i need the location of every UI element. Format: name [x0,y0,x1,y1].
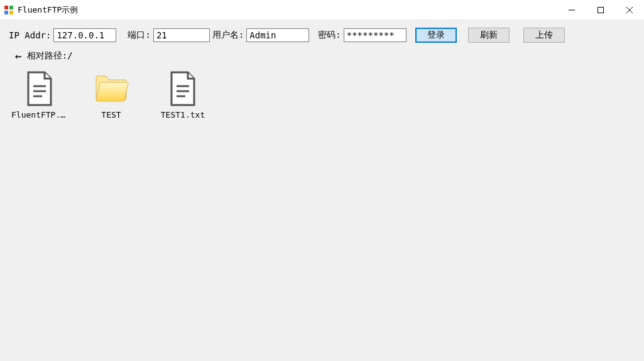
upload-button[interactable]: 上传 [523,28,565,43]
connection-toolbar: IP Addr: 端口: 用户名: 密码: 登录 刷新 上传 [9,28,635,43]
file-label: TEST [101,110,121,119]
path-row: ← 相对路径:/ [9,49,635,62]
username-input[interactable] [246,28,309,42]
back-arrow-icon[interactable]: ← [15,49,22,62]
path-value: / [67,50,72,60]
file-label: FluentFTP.xm. [11,110,68,119]
login-button[interactable]: 登录 [415,28,457,43]
svg-rect-2 [4,11,8,14]
content-area: IP Addr: 端口: 用户名: 密码: 登录 刷新 上传 ← 相对路径:/ [0,20,644,361]
file-item[interactable]: FluentFTP.xm. [11,71,68,119]
ip-label: IP Addr: [9,30,51,40]
user-label: 用户名: [212,30,244,41]
file-icon [22,71,57,106]
folder-icon [94,71,129,106]
port-label: 端口: [128,30,150,41]
minimize-button[interactable] [557,0,586,19]
refresh-button[interactable]: 刷新 [468,28,510,43]
close-button[interactable] [615,0,644,19]
folder-item[interactable]: TEST [83,71,139,119]
svg-rect-3 [9,11,13,14]
window-title: FluentFTP示例 [18,4,557,16]
file-label: TEST1.txt [161,110,205,119]
titlebar: FluentFTP示例 [0,0,644,20]
file-item[interactable]: TEST1.txt [155,71,211,119]
window-controls [557,0,644,19]
svg-rect-1 [9,6,13,9]
ip-input[interactable] [53,28,116,42]
password-input[interactable] [344,28,407,42]
port-input[interactable] [153,28,210,42]
file-grid: FluentFTP.xm. TEST [9,71,635,119]
path-prefix: 相对路径: [27,50,67,60]
password-label: 密码: [318,30,341,41]
file-icon [165,71,200,106]
path-label: 相对路径:/ [27,50,73,62]
svg-rect-0 [4,6,8,9]
app-icon [4,5,14,15]
maximize-button[interactable] [586,0,615,19]
svg-rect-5 [598,7,604,13]
